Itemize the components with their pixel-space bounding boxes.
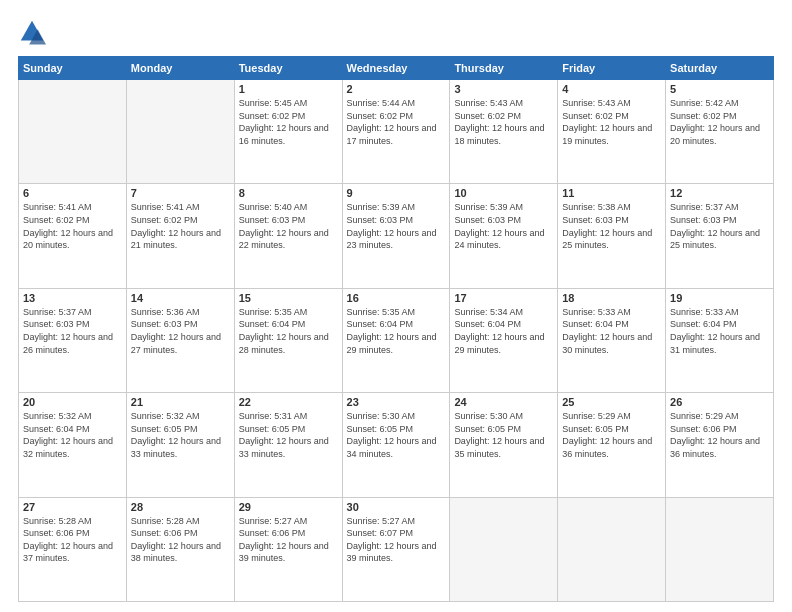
day-cell: 13Sunrise: 5:37 AM Sunset: 6:03 PM Dayli…: [19, 288, 127, 392]
day-info: Sunrise: 5:35 AM Sunset: 6:04 PM Dayligh…: [239, 306, 338, 356]
day-info: Sunrise: 5:30 AM Sunset: 6:05 PM Dayligh…: [454, 410, 553, 460]
day-info: Sunrise: 5:31 AM Sunset: 6:05 PM Dayligh…: [239, 410, 338, 460]
day-cell: 18Sunrise: 5:33 AM Sunset: 6:04 PM Dayli…: [558, 288, 666, 392]
day-cell: 11Sunrise: 5:38 AM Sunset: 6:03 PM Dayli…: [558, 184, 666, 288]
day-cell: 21Sunrise: 5:32 AM Sunset: 6:05 PM Dayli…: [126, 393, 234, 497]
logo: [18, 18, 50, 46]
day-cell: [126, 80, 234, 184]
day-info: Sunrise: 5:39 AM Sunset: 6:03 PM Dayligh…: [347, 201, 446, 251]
day-number: 18: [562, 292, 661, 304]
day-info: Sunrise: 5:33 AM Sunset: 6:04 PM Dayligh…: [562, 306, 661, 356]
day-info: Sunrise: 5:30 AM Sunset: 6:05 PM Dayligh…: [347, 410, 446, 460]
column-header-friday: Friday: [558, 57, 666, 80]
day-info: Sunrise: 5:43 AM Sunset: 6:02 PM Dayligh…: [562, 97, 661, 147]
day-cell: 24Sunrise: 5:30 AM Sunset: 6:05 PM Dayli…: [450, 393, 558, 497]
column-header-wednesday: Wednesday: [342, 57, 450, 80]
day-info: Sunrise: 5:27 AM Sunset: 6:06 PM Dayligh…: [239, 515, 338, 565]
day-cell: 22Sunrise: 5:31 AM Sunset: 6:05 PM Dayli…: [234, 393, 342, 497]
day-cell: 3Sunrise: 5:43 AM Sunset: 6:02 PM Daylig…: [450, 80, 558, 184]
day-number: 12: [670, 187, 769, 199]
day-info: Sunrise: 5:43 AM Sunset: 6:02 PM Dayligh…: [454, 97, 553, 147]
day-cell: 4Sunrise: 5:43 AM Sunset: 6:02 PM Daylig…: [558, 80, 666, 184]
day-info: Sunrise: 5:37 AM Sunset: 6:03 PM Dayligh…: [23, 306, 122, 356]
day-number: 25: [562, 396, 661, 408]
day-cell: 5Sunrise: 5:42 AM Sunset: 6:02 PM Daylig…: [666, 80, 774, 184]
logo-icon: [18, 18, 46, 46]
day-info: Sunrise: 5:32 AM Sunset: 6:05 PM Dayligh…: [131, 410, 230, 460]
day-number: 28: [131, 501, 230, 513]
day-cell: 15Sunrise: 5:35 AM Sunset: 6:04 PM Dayli…: [234, 288, 342, 392]
day-number: 13: [23, 292, 122, 304]
day-cell: 6Sunrise: 5:41 AM Sunset: 6:02 PM Daylig…: [19, 184, 127, 288]
day-cell: 26Sunrise: 5:29 AM Sunset: 6:06 PM Dayli…: [666, 393, 774, 497]
day-cell: 14Sunrise: 5:36 AM Sunset: 6:03 PM Dayli…: [126, 288, 234, 392]
day-cell: 17Sunrise: 5:34 AM Sunset: 6:04 PM Dayli…: [450, 288, 558, 392]
day-number: 20: [23, 396, 122, 408]
column-header-sunday: Sunday: [19, 57, 127, 80]
day-number: 8: [239, 187, 338, 199]
week-row-3: 13Sunrise: 5:37 AM Sunset: 6:03 PM Dayli…: [19, 288, 774, 392]
day-info: Sunrise: 5:32 AM Sunset: 6:04 PM Dayligh…: [23, 410, 122, 460]
day-number: 10: [454, 187, 553, 199]
day-number: 5: [670, 83, 769, 95]
day-info: Sunrise: 5:35 AM Sunset: 6:04 PM Dayligh…: [347, 306, 446, 356]
day-cell: 7Sunrise: 5:41 AM Sunset: 6:02 PM Daylig…: [126, 184, 234, 288]
day-number: 3: [454, 83, 553, 95]
week-row-5: 27Sunrise: 5:28 AM Sunset: 6:06 PM Dayli…: [19, 497, 774, 601]
day-number: 27: [23, 501, 122, 513]
day-cell: 16Sunrise: 5:35 AM Sunset: 6:04 PM Dayli…: [342, 288, 450, 392]
day-number: 26: [670, 396, 769, 408]
day-info: Sunrise: 5:40 AM Sunset: 6:03 PM Dayligh…: [239, 201, 338, 251]
day-number: 15: [239, 292, 338, 304]
day-cell: 20Sunrise: 5:32 AM Sunset: 6:04 PM Dayli…: [19, 393, 127, 497]
day-cell: [558, 497, 666, 601]
day-info: Sunrise: 5:44 AM Sunset: 6:02 PM Dayligh…: [347, 97, 446, 147]
day-number: 30: [347, 501, 446, 513]
day-cell: 28Sunrise: 5:28 AM Sunset: 6:06 PM Dayli…: [126, 497, 234, 601]
day-cell: 9Sunrise: 5:39 AM Sunset: 6:03 PM Daylig…: [342, 184, 450, 288]
week-row-1: 1Sunrise: 5:45 AM Sunset: 6:02 PM Daylig…: [19, 80, 774, 184]
day-info: Sunrise: 5:34 AM Sunset: 6:04 PM Dayligh…: [454, 306, 553, 356]
day-cell: 8Sunrise: 5:40 AM Sunset: 6:03 PM Daylig…: [234, 184, 342, 288]
day-info: Sunrise: 5:45 AM Sunset: 6:02 PM Dayligh…: [239, 97, 338, 147]
day-cell: [666, 497, 774, 601]
header-row: SundayMondayTuesdayWednesdayThursdayFrid…: [19, 57, 774, 80]
day-info: Sunrise: 5:28 AM Sunset: 6:06 PM Dayligh…: [131, 515, 230, 565]
day-number: 2: [347, 83, 446, 95]
day-number: 7: [131, 187, 230, 199]
day-cell: 25Sunrise: 5:29 AM Sunset: 6:05 PM Dayli…: [558, 393, 666, 497]
week-row-4: 20Sunrise: 5:32 AM Sunset: 6:04 PM Dayli…: [19, 393, 774, 497]
day-number: 6: [23, 187, 122, 199]
page: SundayMondayTuesdayWednesdayThursdayFrid…: [0, 0, 792, 612]
day-info: Sunrise: 5:39 AM Sunset: 6:03 PM Dayligh…: [454, 201, 553, 251]
day-info: Sunrise: 5:28 AM Sunset: 6:06 PM Dayligh…: [23, 515, 122, 565]
day-cell: 10Sunrise: 5:39 AM Sunset: 6:03 PM Dayli…: [450, 184, 558, 288]
day-number: 22: [239, 396, 338, 408]
column-header-tuesday: Tuesday: [234, 57, 342, 80]
day-number: 23: [347, 396, 446, 408]
day-number: 17: [454, 292, 553, 304]
day-number: 4: [562, 83, 661, 95]
day-info: Sunrise: 5:33 AM Sunset: 6:04 PM Dayligh…: [670, 306, 769, 356]
day-cell: 12Sunrise: 5:37 AM Sunset: 6:03 PM Dayli…: [666, 184, 774, 288]
column-header-monday: Monday: [126, 57, 234, 80]
day-cell: 23Sunrise: 5:30 AM Sunset: 6:05 PM Dayli…: [342, 393, 450, 497]
day-number: 21: [131, 396, 230, 408]
day-number: 16: [347, 292, 446, 304]
column-header-saturday: Saturday: [666, 57, 774, 80]
column-header-thursday: Thursday: [450, 57, 558, 80]
day-cell: 30Sunrise: 5:27 AM Sunset: 6:07 PM Dayli…: [342, 497, 450, 601]
day-cell: 19Sunrise: 5:33 AM Sunset: 6:04 PM Dayli…: [666, 288, 774, 392]
day-info: Sunrise: 5:27 AM Sunset: 6:07 PM Dayligh…: [347, 515, 446, 565]
day-number: 11: [562, 187, 661, 199]
day-number: 1: [239, 83, 338, 95]
day-info: Sunrise: 5:37 AM Sunset: 6:03 PM Dayligh…: [670, 201, 769, 251]
day-info: Sunrise: 5:38 AM Sunset: 6:03 PM Dayligh…: [562, 201, 661, 251]
day-number: 29: [239, 501, 338, 513]
day-number: 14: [131, 292, 230, 304]
week-row-2: 6Sunrise: 5:41 AM Sunset: 6:02 PM Daylig…: [19, 184, 774, 288]
day-info: Sunrise: 5:29 AM Sunset: 6:05 PM Dayligh…: [562, 410, 661, 460]
day-number: 24: [454, 396, 553, 408]
day-cell: [450, 497, 558, 601]
day-cell: 27Sunrise: 5:28 AM Sunset: 6:06 PM Dayli…: [19, 497, 127, 601]
